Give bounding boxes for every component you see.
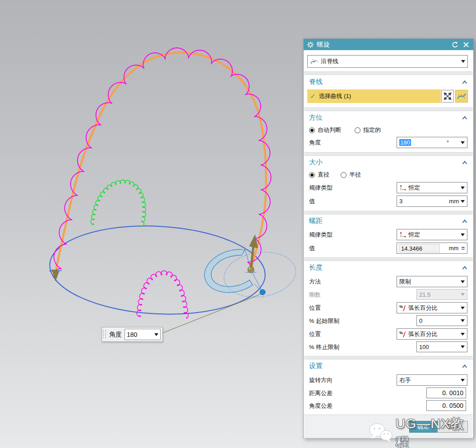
section-separator	[304, 152, 473, 156]
section-separator	[304, 356, 473, 359]
collapse-chevron-icon[interactable]	[462, 116, 467, 120]
distance-tolerance-value: 0. 0010	[429, 389, 463, 397]
dropdown-arrow-icon[interactable]	[461, 141, 465, 144]
curve-rule-button[interactable]	[455, 90, 468, 103]
drag-point-handle[interactable]	[260, 289, 265, 295]
location-label: 位置	[309, 302, 321, 313]
orientation-radio-specified[interactable]: 指定的	[355, 125, 381, 135]
helix-curve[interactable]	[54, 48, 271, 270]
angle-tolerance-input[interactable]: 0. 0500	[426, 400, 466, 411]
dropdown-arrow-icon	[461, 293, 465, 296]
dropdown-arrow-icon[interactable]	[461, 307, 465, 309]
location-value: 弧长百分比	[408, 304, 459, 312]
collapse-chevron-icon[interactable]	[462, 364, 467, 368]
angle-value: 180	[399, 139, 411, 146]
watermark: UG—NX教程	[368, 415, 476, 448]
start-limit-input[interactable]: 0	[416, 315, 467, 326]
gear-icon	[307, 41, 314, 48]
size-law-value: 恒定	[408, 184, 459, 192]
collapse-chevron-icon[interactable]	[462, 266, 467, 270]
select-curve-row[interactable]: ✓ 选择曲线 (1)	[307, 89, 441, 103]
method-dropdown[interactable]: 限制	[397, 276, 467, 287]
end-limit-label: % 终止限制	[309, 341, 339, 353]
dropdown-arrow-icon[interactable]	[461, 200, 465, 203]
radio-label: 半径	[349, 171, 361, 179]
collapse-chevron-icon[interactable]	[462, 219, 467, 223]
dropdown-arrow-icon[interactable]	[461, 379, 465, 382]
dropdown-arrow-icon[interactable]	[461, 280, 465, 283]
pitch-value[interactable]: 14.3466	[399, 244, 440, 252]
radio-selected-icon[interactable]	[309, 127, 315, 133]
end-limit-value: 100	[419, 344, 459, 350]
direction-arrow-shaft[interactable]	[251, 244, 254, 270]
spine-curve[interactable]	[55, 53, 266, 274]
close-icon[interactable]	[463, 42, 469, 48]
radio-label: 自动判断	[318, 126, 341, 134]
start-limit-value: 0	[419, 317, 459, 324]
collapse-chevron-icon[interactable]	[462, 161, 467, 164]
leader-line	[163, 294, 262, 333]
dialog-titlebar[interactable]: 螺旋	[304, 39, 473, 50]
radio-icon[interactable]	[355, 127, 360, 133]
dropdown-arrow-icon[interactable]	[461, 319, 465, 322]
orientation-radio-auto[interactable]: 自动判断	[309, 125, 341, 135]
section-header-orientation: 方位	[309, 112, 323, 123]
pitch-law-dropdown[interactable]: 恒定	[397, 229, 467, 240]
magenta-small-helix-curve[interactable]	[137, 271, 188, 318]
law-type-label: 规律类型	[309, 229, 333, 240]
wechat-icon	[368, 422, 393, 444]
dropdown-arrow-icon[interactable]	[154, 333, 158, 336]
section-separator	[304, 257, 473, 261]
collapse-chevron-icon[interactable]	[462, 80, 467, 84]
angle-overlay-value: 180	[127, 331, 137, 338]
radio-label: 指定的	[363, 126, 381, 134]
size-radio-radius[interactable]: 半径	[341, 169, 361, 180]
distance-tolerance-input[interactable]: 0. 0010	[426, 387, 466, 398]
size-law-dropdown[interactable]: 恒定	[397, 182, 467, 193]
angle-overlay-label: 角度	[109, 331, 122, 339]
deselect-swap-button[interactable]	[441, 90, 454, 103]
start-limit-label: % 起始限制	[309, 315, 339, 327]
angle-tolerance-label: 角度公差	[309, 400, 333, 411]
value-label: 值	[309, 243, 315, 254]
end-location-dropdown[interactable]: % 弧长百分比	[397, 328, 467, 340]
select-curve-label: 选择曲线 (1)	[319, 92, 351, 100]
end-limit-input[interactable]: 100	[416, 341, 467, 352]
angle-overlay-box[interactable]: 角度 180	[102, 327, 163, 342]
direction-arrow-head[interactable]	[250, 235, 258, 248]
drag-grip-icon[interactable]	[102, 329, 107, 340]
helix-type-dropdown[interactable]: 沿脊线	[307, 55, 468, 68]
svg-text:%: %	[399, 304, 403, 309]
nx-application-viewport[interactable]: 角度 180 螺旋	[0, 0, 476, 448]
watermark-text: UG—NX教程	[395, 415, 476, 448]
reset-icon[interactable]	[451, 41, 458, 48]
dropdown-arrow-icon[interactable]	[461, 345, 465, 348]
constant-law-icon	[399, 184, 407, 191]
rotation-direction-dropdown[interactable]: 右手	[397, 374, 467, 386]
dropdown-arrow-icon[interactable]	[461, 233, 465, 236]
size-value-input[interactable]: 3 mm	[397, 196, 467, 207]
size-radio-diameter[interactable]: 直径	[309, 169, 329, 180]
method-label: 方法	[309, 276, 321, 287]
mm-unit[interactable]: mm	[449, 198, 459, 205]
radio-icon[interactable]	[341, 172, 347, 178]
dropdown-arrow-icon[interactable]	[461, 333, 465, 336]
mm-unit: mm	[442, 245, 458, 252]
degree-unit: °	[447, 139, 449, 146]
angle-overlay-input[interactable]: 180	[125, 329, 161, 340]
location-value: 弧长百分比	[408, 330, 459, 338]
angle-input[interactable]: 180 °	[397, 137, 467, 148]
helix-dialog: 螺旋 沿脊线 脊线 ✓ 选	[303, 38, 474, 438]
formula-equals-icon[interactable]: =	[461, 245, 465, 252]
pitch-value-input[interactable]: 14.3466 mm =	[397, 243, 467, 254]
start-location-dropdown[interactable]: % 弧长百分比	[397, 302, 467, 313]
angle-drag-band[interactable]	[204, 249, 253, 292]
dropdown-arrow-icon[interactable]	[461, 187, 465, 189]
radio-selected-icon[interactable]	[309, 172, 315, 178]
turns-label: 圈数	[309, 289, 321, 300]
turns-value: 21.5	[419, 291, 459, 298]
section-header-length: 长度	[309, 261, 323, 273]
origin-handle[interactable]	[248, 266, 254, 273]
green-helix-curve[interactable]	[91, 180, 146, 227]
dropdown-arrow-icon[interactable]	[461, 60, 465, 63]
